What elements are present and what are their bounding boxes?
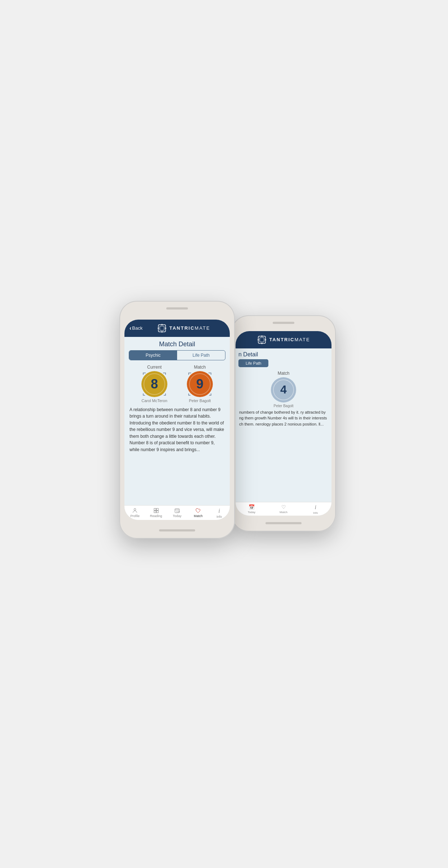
svg-point-12 (134, 508, 136, 510)
back-nav-info[interactable]: i Info (299, 502, 331, 516)
svg-rect-4 (261, 335, 263, 337)
nav-profile-label: Profile (130, 514, 140, 518)
tab-switcher: Psychic Life Path (129, 350, 225, 360)
reading-icon (153, 508, 159, 513)
svg-rect-0 (258, 336, 265, 343)
svg-rect-14 (156, 508, 158, 510)
profile-icon (132, 508, 138, 513)
bracket-tr (159, 372, 167, 379)
svg-rect-3 (265, 339, 266, 340)
nav-match[interactable]: Match (188, 506, 208, 520)
bracket-bl (142, 389, 149, 396)
scene: TANTRICMATE n Detail Life Path Match 4 (112, 286, 336, 582)
app-header: ‹ Back TANTRICMATE (124, 320, 230, 337)
match-label: Match (194, 365, 206, 370)
back-chevron-icon: ‹ (129, 325, 131, 331)
nav-info-label: Info (216, 515, 222, 518)
nav-reading[interactable]: Reading (145, 506, 166, 520)
phone-front-inner: ‹ Back TANTRICMATE (124, 320, 230, 520)
app-screen: ‹ Back TANTRICMATE (124, 320, 230, 520)
front-logo-area: TANTRICMATE (142, 323, 225, 333)
phone-front: ‹ Back TANTRICMATE (119, 301, 235, 539)
description-text: A relationship between number 8 and numb… (124, 404, 230, 505)
back-logo-bold: TANTRIC (269, 337, 294, 342)
back-digit: 4 (280, 383, 287, 396)
svg-rect-10 (161, 324, 163, 325)
bracket-br (159, 389, 167, 396)
page-title: Match Detail (124, 337, 230, 350)
back-logo-light: MATE (294, 337, 310, 342)
info-icon: i (219, 508, 220, 514)
back-label: Back (132, 325, 142, 331)
nav-info[interactable]: i Info (209, 506, 230, 520)
back-number-circle: 4 (271, 377, 296, 402)
back-nav-today[interactable]: 📅 Today (236, 502, 268, 516)
back-logo-area: TANTRICMATE (239, 335, 328, 345)
nav-today-label: Today (173, 514, 181, 518)
m-bracket-br (205, 389, 212, 396)
match-digit: 9 (196, 377, 203, 392)
current-digit: 8 (151, 377, 158, 392)
match-col: Match 9 Peter Bagolt (187, 365, 213, 403)
front-logo-text: TANTRICMATE (169, 325, 210, 331)
svg-rect-1 (260, 338, 264, 342)
current-label: Current (147, 365, 162, 370)
nav-reading-label: Reading (150, 514, 162, 518)
svg-rect-6 (158, 325, 166, 332)
back-match-label: Match (278, 371, 290, 376)
back-number-inner: 4 (273, 379, 294, 400)
front-logo-bold: TANTRIC (169, 325, 194, 331)
front-logo-light: MATE (195, 325, 210, 331)
current-name: Carol McTeron (141, 399, 167, 403)
back-match-icon: ♡ (281, 504, 286, 510)
back-tab-row: Life Path (236, 359, 331, 369)
match-name: Peter Bagolt (189, 399, 211, 403)
back-logo-text: TANTRICMATE (269, 337, 310, 342)
back-today-label: Today (248, 511, 255, 514)
match-heart-icon (195, 508, 201, 513)
back-app-screen: TANTRICMATE n Detail Life Path Match 4 (236, 331, 331, 516)
back-info-icon: i (315, 504, 316, 511)
nav-today[interactable]: TODAY Today (167, 506, 188, 520)
svg-rect-2 (258, 339, 259, 340)
back-today-icon: 📅 (249, 504, 255, 510)
phone-back: TANTRICMATE n Detail Life Path Match 4 (231, 315, 336, 531)
svg-rect-5 (261, 343, 263, 344)
back-life-path-tab[interactable]: Life Path (238, 359, 268, 367)
svg-rect-8 (158, 328, 159, 329)
back-nav-match[interactable]: ♡ Match (268, 502, 300, 516)
back-page-title: n Detail (236, 348, 331, 359)
current-circle: 8 (141, 371, 167, 397)
numbers-row: Current 8 Carol McTeron (124, 363, 230, 404)
svg-rect-7 (160, 326, 164, 330)
tab-psychic[interactable]: Psychic (129, 351, 177, 360)
back-description: numbers of change bothered by it. ry att… (236, 408, 331, 502)
tab-life-path[interactable]: Life Path (177, 351, 225, 360)
today-icon: TODAY (174, 508, 180, 513)
back-match-col: Match 4 Peter Bagolt (236, 369, 331, 408)
nav-profile[interactable]: Profile (124, 506, 145, 520)
current-col: Current 8 Carol McTeron (141, 365, 167, 403)
m-bracket-tl (188, 372, 195, 379)
svg-rect-9 (165, 328, 166, 329)
m-bracket-bl (188, 389, 195, 396)
match-circle: 9 (187, 371, 213, 397)
phone-back-inner: TANTRICMATE n Detail Life Path Match 4 (236, 331, 331, 516)
svg-text:TODAY: TODAY (176, 511, 180, 512)
bottom-nav: Profile Reading (124, 505, 230, 520)
m-bracket-tr (205, 372, 212, 379)
back-button[interactable]: ‹ Back (129, 325, 142, 331)
svg-rect-13 (154, 508, 156, 510)
bracket-tl (142, 372, 149, 379)
back-header: TANTRICMATE (236, 331, 331, 348)
svg-rect-16 (156, 511, 158, 512)
front-logo-icon (157, 323, 167, 333)
svg-rect-11 (161, 331, 163, 333)
back-logo-icon (257, 335, 267, 345)
svg-rect-15 (154, 511, 156, 512)
back-person-name: Peter Bagolt (273, 404, 293, 408)
back-match-label-nav: Match (280, 511, 287, 514)
nav-match-label: Match (194, 514, 203, 518)
back-bottom-nav: 📅 Today ♡ Match i Info (236, 502, 331, 516)
back-info-label: Info (313, 511, 318, 515)
